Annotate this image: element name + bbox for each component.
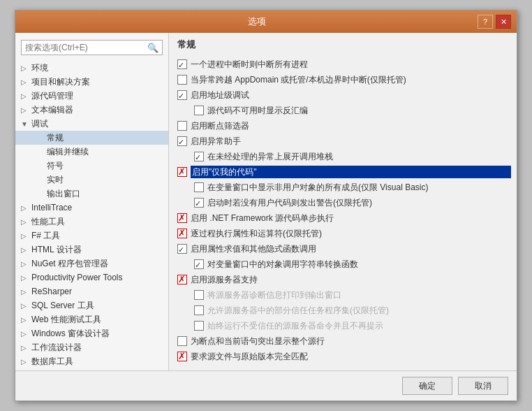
tree-item-resharper[interactable]: ▷ReSharper (15, 284, 168, 298)
option-label-opt10: 启用源服务器支持 (191, 273, 511, 286)
option-label-opt5: 启用异常助手 (191, 135, 511, 147)
tree-label-intellitrace: IntelliTrace (31, 203, 72, 212)
option-label-opt9: 启用属性求值和其他隐式函数调用 (191, 243, 511, 255)
option-label-opt6b: 启动时若没有用户代码则发出警告(仅限托管) (207, 196, 511, 209)
checkbox-opt10a[interactable] (194, 290, 204, 300)
tree-arrow-texteditor: ▷ (21, 106, 29, 114)
tree-arrow-winforms: ▷ (21, 330, 29, 338)
help-button[interactable]: ? (478, 15, 493, 29)
title-controls: ? ✕ (478, 15, 511, 29)
option-row-opt6[interactable]: 启用"仅我的代码" (177, 164, 511, 180)
tree-item-env[interactable]: ▷环境 (15, 61, 168, 75)
checkbox-opt3a[interactable] (194, 106, 204, 115)
checkbox-opt6[interactable] (177, 167, 187, 177)
checkbox-opt5[interactable] (177, 136, 187, 146)
option-row-opt5a[interactable]: 在未经处理的异常上展开调用堆栈 (177, 149, 511, 164)
option-row-opt1[interactable]: 一个进程中断时则中断所有进程 (177, 57, 511, 72)
tree-label-dbtools: 数据库工具 (31, 356, 73, 367)
checkbox-opt5a[interactable] (194, 152, 204, 161)
option-row-opt10c[interactable]: 始终运行不受信任的源服务器命令并且不再提示 (177, 318, 511, 333)
tree-item-intellitrace[interactable]: ▷IntelliTrace (15, 201, 168, 215)
dialog-body: 🔍 ▷环境▷项目和解决方案▷源代码管理▷文本编辑器▼调试常规编辑并继续符号实时输… (15, 33, 517, 370)
option-label-opt8: 逐过程执行属性和运算符(仅限托管) (191, 227, 511, 240)
tree-item-dbtools[interactable]: ▷数据库工具 (15, 354, 168, 366)
option-row-opt12[interactable]: 要求源文件与原始版本完全匹配 (177, 349, 511, 364)
tree-item-workflow[interactable]: ▷工作流设计器 (15, 340, 168, 354)
option-row-opt3a[interactable]: 源代码不可用时显示反汇编 (177, 103, 511, 118)
tree-item-debug-output[interactable]: 输出窗口 (15, 187, 168, 201)
option-label-opt1: 一个进程中断时则中断所有进程 (191, 58, 511, 71)
checkbox-opt3[interactable] (177, 90, 187, 100)
checkbox-opt6a[interactable] (194, 182, 204, 192)
tree-item-winforms[interactable]: ▷Windows 窗体设计器 (15, 326, 168, 340)
tree-label-env: 环境 (31, 62, 48, 74)
cancel-button[interactable]: 取消 (458, 377, 508, 395)
tree-arrow-source: ▷ (21, 92, 29, 100)
checkbox-opt12[interactable] (177, 352, 187, 361)
option-row-opt4[interactable]: 启用断点筛选器 (177, 118, 511, 134)
tree-item-webperf[interactable]: ▷Web 性能测试工具 (15, 312, 168, 326)
tree-label-debug-realtime: 实时 (47, 174, 64, 186)
search-icon-btn[interactable]: 🔍 (144, 41, 162, 55)
checkbox-opt10b[interactable] (194, 305, 204, 315)
tree-item-projects[interactable]: ▷项目和解决方案 (15, 75, 168, 89)
ok-button[interactable]: 确定 (402, 377, 452, 395)
checkbox-opt10[interactable] (177, 275, 187, 284)
tree-label-webperf: Web 性能测试工具 (31, 314, 101, 326)
tree-item-sqlserver[interactable]: ▷SQL Server 工具 (15, 298, 168, 312)
tree-label-source: 源代码管理 (31, 90, 73, 102)
tree-item-htmldesigner[interactable]: ▷HTML 设计器 (15, 243, 168, 257)
option-row-opt11[interactable]: 为断点和当前语句突出显示整个源行 (177, 333, 511, 349)
option-row-opt7[interactable]: 启用 .NET Framework 源代码单步执行 (177, 210, 511, 226)
tree-item-debug-realtime[interactable]: 实时 (15, 173, 168, 187)
option-row-opt5[interactable]: 启用异常助手 (177, 134, 511, 149)
right-panel: 常规 一个进程中断时则中断所有进程当异常跨越 AppDomain 或托管/本机边… (169, 33, 517, 370)
tree-arrow-workflow: ▷ (21, 344, 29, 352)
checkbox-opt2[interactable] (177, 75, 187, 85)
tree-arrow-debug: ▼ (21, 120, 29, 128)
checkbox-opt1[interactable] (177, 59, 187, 69)
tree-item-debug-general[interactable]: 常规 (15, 131, 168, 145)
option-row-opt3[interactable]: 启用地址级调试 (177, 87, 511, 103)
option-label-opt10b: 允许源服务器中的部分信任任务程序集(仅限托管) (207, 304, 511, 317)
option-label-opt11: 为断点和当前语句突出显示整个源行 (191, 335, 511, 347)
tree-item-texteditor[interactable]: ▷文本编辑器 (15, 103, 168, 117)
close-button[interactable]: ✕ (496, 15, 511, 29)
tree-arrow-intellitrace: ▷ (21, 204, 29, 212)
tree-item-prodpowertools[interactable]: ▷Productivity Power Tools (15, 271, 168, 284)
checkbox-opt8[interactable] (177, 229, 187, 238)
tree-label-sqlserver: SQL Server 工具 (31, 300, 94, 312)
option-row-opt10a[interactable]: 将源服务器诊断信息打印到输出窗口 (177, 287, 511, 303)
checkbox-opt11[interactable] (177, 336, 187, 346)
tree-item-source[interactable]: ▷源代码管理 (15, 89, 168, 103)
tree-label-htmldesigner: HTML 设计器 (31, 244, 82, 256)
tree-item-perf[interactable]: ▷性能工具 (15, 215, 168, 229)
tree-label-winforms: Windows 窗体设计器 (31, 328, 110, 340)
tree-arrow-webperf: ▷ (21, 316, 29, 324)
search-box[interactable]: 🔍 (21, 40, 163, 55)
tree-arrow-htmldesigner: ▷ (21, 246, 29, 254)
checkbox-opt9a[interactable] (194, 259, 204, 269)
tree-item-debug-editcont[interactable]: 编辑并继续 (15, 145, 168, 159)
tree-item-nuget[interactable]: ▷NuGet 程序包管理器 (15, 257, 168, 271)
search-input[interactable] (22, 41, 144, 55)
option-row-opt10[interactable]: 启用源服务器支持 (177, 272, 511, 287)
checkbox-opt4[interactable] (177, 121, 187, 131)
option-row-opt10b[interactable]: 允许源服务器中的部分信任任务程序集(仅限托管) (177, 303, 511, 318)
option-row-opt9a[interactable]: 对变量窗口中的对象调用字符串转换函数 (177, 257, 511, 272)
option-label-opt4: 启用断点筛选器 (191, 120, 511, 132)
option-row-opt2[interactable]: 当异常跨越 AppDomain 或托管/本机边界时中断(仅限托管) (177, 72, 511, 87)
checkbox-opt6b[interactable] (194, 198, 204, 208)
tree-item-debug[interactable]: ▼调试 (15, 117, 168, 131)
right-panel-header: 常规 (169, 38, 517, 54)
option-row-opt6a[interactable]: 在变量窗口中显示非用户对象的所有成员(仅限 Visual Basic) (177, 180, 511, 195)
option-row-opt6b[interactable]: 启动时若没有用户代码则发出警告(仅限托管) (177, 195, 511, 210)
option-row-opt9[interactable]: 启用属性求值和其他隐式函数调用 (177, 241, 511, 257)
tree-item-fsharp[interactable]: ▷F# 工具 (15, 229, 168, 243)
option-row-opt8[interactable]: 逐过程执行属性和运算符(仅限托管) (177, 226, 511, 241)
checkbox-opt7[interactable] (177, 213, 187, 223)
tree-item-debug-symbol[interactable]: 符号 (15, 159, 168, 173)
option-label-opt7: 启用 .NET Framework 源代码单步执行 (191, 212, 511, 224)
checkbox-opt10c[interactable] (194, 321, 204, 331)
checkbox-opt9[interactable] (177, 244, 187, 254)
